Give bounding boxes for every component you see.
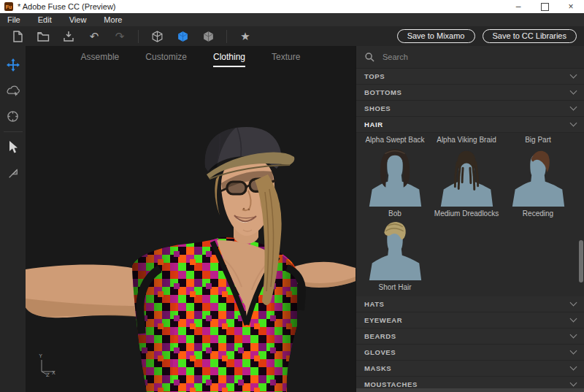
menu-file[interactable]: File [7,15,20,24]
section-label: SHOES [364,104,391,112]
hair-item-label: Receding [523,208,553,219]
hair-item-label: Bob [388,208,402,219]
orbit-hand-tool-icon[interactable] [6,83,20,98]
chevron-down-icon [570,299,577,307]
hair-item-bob[interactable]: Bob [359,145,431,219]
toolbar-separator [138,30,139,43]
hair-item-label: Medium Dreadlocks [434,208,499,219]
search-input[interactable] [381,52,575,62]
axis-z-label: Z [46,372,50,378]
zoom-target-tool-icon[interactable] [6,109,20,123]
hair-item-alpha-swept-back[interactable]: Alpha Swept Back [359,134,431,145]
select-cursor-icon[interactable] [6,140,20,155]
section-label: EYEWEAR [364,316,402,324]
section-label: TOPS [364,72,385,80]
tab-clothing[interactable]: Clothing [213,52,245,67]
search-icon [365,53,374,62]
hair-item-receding[interactable]: Receding [502,145,574,219]
mode-tabs: Assemble Customize Clothing Texture [26,46,356,74]
open-folder-icon[interactable] [36,29,50,44]
window-controls: – × [505,0,584,13]
save-to-cc-libraries-button[interactable]: Save to CC Libraries [483,29,577,43]
axis-x-label: X [52,370,55,376]
toolbar: ↶ ↷ ★ Save to Mixamo Save to CC Librarie… [0,26,584,46]
hair-item-label: Short Hair [378,282,411,293]
section-shoes[interactable]: SHOES [356,101,584,117]
chevron-down-icon [570,120,577,127]
axis-y-label: Y [39,353,43,359]
section-hair[interactable]: HAIR [356,117,584,133]
section-label: MOUSTACHES [364,380,418,388]
save-to-mixamo-button[interactable]: Save to Mixamo [397,29,475,43]
section-eyewear[interactable]: EYEWEAR [356,312,584,328]
toolbar-actions: Save to Mixamo Save to CC Libraries [397,26,577,46]
vertical-scrollbar[interactable] [579,240,583,283]
menu-bar: File Edit View More [0,13,584,26]
minimize-icon[interactable]: – [505,0,531,13]
menu-edit[interactable]: Edit [38,15,52,24]
viewport[interactable]: Assemble Customize Clothing Texture [26,46,356,392]
section-masks[interactable]: MASKS [356,361,584,377]
hair-thumbnail-bob [364,145,426,208]
horizontal-scrollbar[interactable] [356,388,584,392]
hair-item-alpha-viking-braid[interactable]: Alpha Viking Braid [431,134,502,145]
hair-item-short-hair[interactable]: Short Hair [359,219,431,293]
search-bar[interactable] [356,46,584,69]
favorites-star-icon[interactable]: ★ [238,29,253,44]
move-tool-icon[interactable] [6,58,20,72]
tab-assemble[interactable]: Assemble [81,52,120,67]
section-hats[interactable]: HATS [356,296,584,312]
tab-customize[interactable]: Customize [145,52,187,67]
section-label: HATS [364,300,385,308]
tool-rail [0,46,26,392]
section-label: BOTTOMS [364,88,402,96]
chevron-down-icon [570,72,577,79]
hair-thumbnail-short-hair [364,219,426,282]
hair-thumbnail-medium-dreadlocks [435,145,498,208]
undo-icon[interactable]: ↶ [87,29,101,44]
chevron-down-icon [570,315,577,323]
section-bottoms[interactable]: BOTTOMS [356,85,584,101]
toolbar-separator [226,30,227,43]
hair-item-label: Big Part [525,134,551,145]
save-export-icon[interactable] [61,29,76,44]
new-document-icon[interactable] [10,29,25,44]
axis-gizmo: Y Z X [39,353,56,378]
title-bar: Fu * Adobe Fuse CC (Preview) – × [0,0,584,13]
hair-item-big-part[interactable]: Big Part [502,134,574,145]
menu-view[interactable]: View [69,15,87,24]
app-icon: Fu [4,2,13,11]
section-label: MASKS [364,364,391,372]
maximize-icon[interactable] [531,0,558,13]
redo-icon[interactable]: ↷ [112,29,127,44]
section-label: HAIR [364,120,383,128]
chevron-down-icon [570,380,577,387]
close-icon[interactable]: × [558,0,584,13]
section-label: BEARDS [364,332,396,340]
window-title: * Adobe Fuse CC (Preview) [18,2,116,11]
tab-texture[interactable]: Texture [272,52,300,67]
render-textured-icon[interactable] [201,29,215,44]
character-render[interactable]: Y Z X [26,46,356,392]
chevron-down-icon [570,331,577,339]
section-beards[interactable]: BEARDS [356,328,584,345]
chevron-down-icon [570,88,577,95]
chevron-down-icon [570,104,577,111]
chevron-down-icon [570,364,577,371]
render-wireframe-icon[interactable] [150,29,164,44]
hair-item-medium-dreadlocks[interactable]: Medium Dreadlocks [431,145,502,219]
section-label: GLOVES [364,348,396,356]
rail-divider [4,131,23,132]
hair-thumbnail-receding [507,145,569,208]
pose-tool-icon[interactable] [6,166,20,180]
render-solid-icon[interactable] [175,29,190,44]
chevron-down-icon [570,347,577,355]
hair-item-label: Alpha Viking Braid [437,134,496,145]
hair-items-grid: Alpha Swept Back Alpha Viking Braid Big … [356,133,584,296]
section-gloves[interactable]: GLOVES [356,345,584,361]
hair-item-label: Alpha Swept Back [365,134,424,145]
section-tops[interactable]: TOPS [356,69,584,85]
main-area: Assemble Customize Clothing Texture [0,46,584,392]
menu-more[interactable]: More [104,15,122,24]
catalog-panel: TOPS BOTTOMS SHOES HAIR Alpha Swept Back… [356,46,584,392]
